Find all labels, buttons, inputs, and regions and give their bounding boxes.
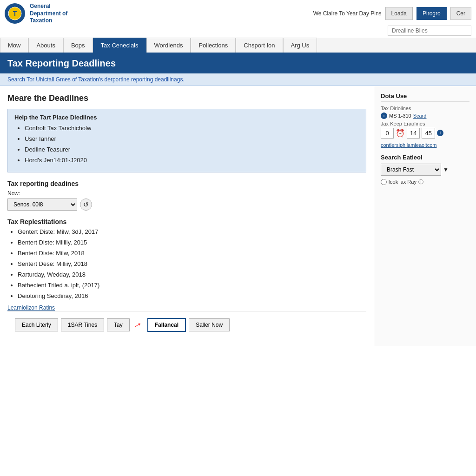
- now-dropdown[interactable]: Senos. 00l8: [7, 198, 77, 211]
- section1-heading: Meare the Deadlines: [7, 93, 366, 103]
- time-box-1: 14: [407, 128, 420, 139]
- list-item: Hord's Jen14:01-J2020: [25, 157, 359, 164]
- filter-dropdown[interactable]: Brash FastOption 2Option 3: [381, 164, 441, 176]
- chevron-down-icon: ▼: [443, 166, 449, 173]
- filter-select-row: Brash FastOption 2Option 3 ▼: [381, 164, 469, 176]
- sidebar-info-row: i MS 1-310 Scard: [381, 112, 469, 119]
- main-nav: Mow Abouts Bops Tax Cenecials Wordiends …: [0, 38, 476, 53]
- radio-row: look lax Ray ⓘ: [381, 178, 469, 185]
- sidebar-keep-label: Jax Keep Eraofines: [381, 121, 469, 126]
- svg-text:T: T: [13, 10, 17, 17]
- list-item: Rarturday, Wedday, 2018: [18, 271, 366, 278]
- content-area: Meare the Deadlines Help the Tart Place …: [0, 86, 374, 346]
- header-tagline: We Claire To Year Day Pins: [313, 10, 382, 17]
- nav-item-arg-us[interactable]: Arg Us: [283, 38, 317, 53]
- help-icon: ⓘ: [418, 178, 423, 185]
- logo: T: [5, 3, 25, 24]
- info-icon: i: [381, 112, 387, 119]
- refresh-button[interactable]: ↺: [80, 198, 92, 211]
- nav-item-pollections[interactable]: Pollections: [191, 38, 236, 53]
- nav-item-chsport-ion[interactable]: Chsport Ion: [236, 38, 283, 53]
- blue-box-title: Help the Tart Place Diedlines: [14, 114, 359, 121]
- nav-item-tax-cenecials[interactable]: Tax Cenecials: [93, 38, 146, 53]
- sidebar-section1-title: Dota Use: [381, 93, 469, 102]
- arrow-indicator: →: [130, 317, 145, 333]
- list-item: User Ianher: [25, 135, 359, 142]
- nav-tab-cer[interactable]: Cer: [450, 7, 471, 20]
- blue-info-box: Help the Tart Place Diedlines Confrolt T…: [7, 109, 366, 172]
- search-input[interactable]: [388, 26, 471, 36]
- nav-item-wordiends[interactable]: Wordiends: [146, 38, 191, 53]
- info-icon-time: i: [437, 130, 443, 136]
- sidebar: Dota Use Tax Diriolines i MS 1-310 Scard…: [374, 86, 476, 346]
- sidebar-email-link[interactable]: contlersiphilamieaoltcom: [381, 142, 436, 148]
- btn-tay[interactable]: Tay: [107, 318, 130, 331]
- sidebar-info-text: MS 1-310: [389, 113, 411, 119]
- sidebar-section2-title: Search Eatleol: [381, 154, 469, 161]
- header-right: We Claire To Year Day Pins Loada Pirogro…: [313, 7, 471, 20]
- nav-tab-pirogro[interactable]: Pirogro: [416, 7, 447, 20]
- replestitations-list: Gentert Diste: Milw, 3dJ, 2017 Bentert D…: [7, 228, 366, 299]
- header: T General Department of Taxation We Clai…: [0, 0, 476, 38]
- dropdown-row: Senos. 00l8 ↺: [7, 198, 366, 211]
- section3-title: Tax Replestitations: [7, 218, 366, 225]
- now-label: Now:: [7, 190, 366, 197]
- section2-title: Tax reporting deadines: [7, 180, 366, 187]
- blue-box-list: Confrolt Tax Tanchicholw User Ianher Ded…: [14, 125, 359, 164]
- nav-tab-loada[interactable]: Loada: [385, 7, 413, 20]
- list-item: Bathecient Triled a. iplt, (2017): [18, 282, 366, 289]
- org-name: General Department of Taxation: [30, 3, 67, 25]
- radio-look-lax[interactable]: [381, 179, 387, 185]
- subtitle-bar: Search Tor Uhictall Gmes of Taxation's d…: [0, 73, 476, 86]
- sidebar-tax-label: Tax Diriolines: [381, 106, 469, 111]
- time-box-0: 0: [381, 128, 394, 139]
- list-item: Confrolt Tax Tanchicholw: [25, 125, 359, 132]
- time-row: 0 ⏰ 14 45 i: [381, 128, 469, 139]
- bottom-buttons: Each Literly 1SAR Tines Tay → Fallancal …: [7, 311, 366, 338]
- list-item: Gentert Diste: Milw, 3dJ, 2017: [18, 228, 366, 235]
- time-box-2: 45: [422, 128, 435, 139]
- header-left: T General Department of Taxation: [5, 3, 67, 25]
- nav-item-mow[interactable]: Mow: [0, 38, 28, 53]
- btn-saller-now[interactable]: Saller Now: [189, 318, 230, 331]
- btn-1sar-tines[interactable]: 1SAR Tines: [61, 318, 104, 331]
- list-item: Sentert Dese: Milliiy, 2018: [18, 260, 366, 267]
- nav-item-bops[interactable]: Bops: [63, 38, 93, 53]
- clock-icon: ⏰: [396, 129, 405, 138]
- radio-label: look lax Ray: [389, 179, 416, 185]
- btn-each-literly[interactable]: Each Literly: [15, 318, 58, 331]
- list-item: Deiotoring Secdinay, 2016: [18, 292, 366, 299]
- list-item: Bentert Diste: Milw, 2018: [18, 250, 366, 257]
- page-title: Tax Reporting Deadlines: [0, 53, 476, 73]
- main-layout: Meare the Deadlines Help the Tart Place …: [0, 86, 476, 346]
- learn-link[interactable]: Learniolizon Ratins: [7, 304, 55, 311]
- nav-item-abouts[interactable]: Abouts: [28, 38, 63, 53]
- list-item: Dedline Teasurer: [25, 146, 359, 153]
- list-item: Bentert Diste: Milliiy, 2015: [18, 239, 366, 246]
- sidebar-scard[interactable]: Scard: [413, 113, 427, 119]
- btn-fallancal[interactable]: Fallancal: [147, 318, 186, 332]
- search-header-row: [0, 26, 476, 38]
